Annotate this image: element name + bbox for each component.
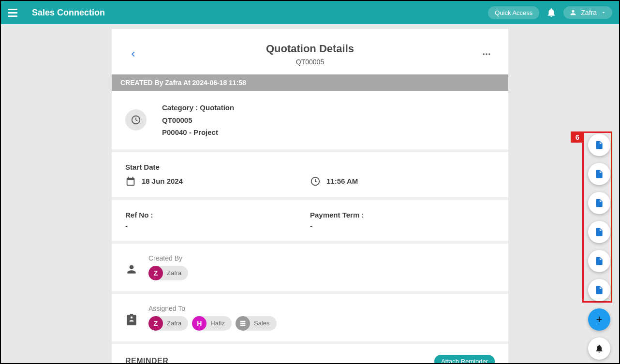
document-icon [594,255,604,267]
action-dock: + [588,308,610,360]
attach-reminder-button[interactable]: Attach Reminder [434,355,495,364]
assigned-to-section: Assigned To ZZafraHHafizSales [112,294,508,344]
user-chip[interactable]: Sales [236,316,277,331]
doc-fab-4[interactable] [588,221,610,243]
start-date-value: 18 Jun 2024 [142,177,183,185]
document-icon [594,226,604,238]
chevron-down-icon [601,10,606,15]
start-time-value: 11:56 AM [326,177,358,185]
created-bar: CREATED By Zafra At 2024-06-18 11:58 [112,74,508,91]
notification-bell-icon[interactable] [546,7,557,18]
reminder-title: REMINDER [125,357,168,364]
chip-label: Zafra [167,320,181,327]
document-icon [594,139,604,151]
category-section: Category : Quotation QT00005 P00040 - Pr… [112,91,508,152]
svg-point-0 [483,53,485,55]
plus-icon: + [596,313,603,326]
user-menu[interactable]: Zafra [563,6,612,19]
more-menu-button[interactable] [479,47,494,61]
reminder-section: REMINDER Attach Reminder [112,344,508,364]
created-by-label: Created By [148,254,188,262]
badge-icon [125,313,139,327]
chip-label: Zafra [167,269,181,277]
doc-number: QT00005 [141,58,479,66]
user-chip[interactable]: ZZafra [148,266,188,280]
doc-fab-6[interactable] [588,279,610,301]
doc-fab-2[interactable] [588,163,610,185]
document-dock [588,134,610,301]
user-chip[interactable]: ZZafra [148,316,188,331]
payment-term-label: Payment Term : [310,211,495,219]
chevron-left-icon [130,51,137,58]
project-line: P00040 - Project [162,126,234,139]
avatar [236,316,250,331]
reminder-fab[interactable] [588,337,610,360]
avatar: Z [148,316,163,331]
document-icon [594,284,604,296]
back-button[interactable] [126,47,141,61]
svg-point-2 [488,53,490,55]
menu-icon[interactable] [8,7,19,18]
document-icon [594,168,604,180]
chip-label: Sales [254,320,270,327]
avatar: Z [148,266,163,280]
card-header: Quotation Details QT00005 [112,29,508,74]
detail-card: Quotation Details QT00005 CREATED By Zaf… [112,29,508,363]
add-fab[interactable]: + [588,308,610,331]
avatar: H [192,316,207,331]
dock-badge: 6 [571,131,584,143]
date-section: Start Date 18 Jun 2024 11:56 AM [112,152,508,200]
topbar: Sales Connection Quick Access Zafra [1,1,619,24]
user-chip[interactable]: HHafiz [192,316,232,331]
assigned-to-label: Assigned To [148,305,277,312]
ref-section: Ref No : - Payment Term : - [112,200,508,244]
calendar-icon [125,176,136,187]
created-by-section: Created By ZZafra [112,244,508,294]
page-title: Quotation Details [141,43,479,55]
start-date-label: Start Date [125,163,495,171]
svg-point-1 [486,53,487,55]
document-icon [594,197,604,209]
doc-fab-3[interactable] [588,192,610,214]
person-icon [125,263,139,277]
content-area: Quotation Details QT00005 CREATED By Zaf… [1,24,619,363]
doc-fab-5[interactable] [588,250,610,272]
ref-no-value: - [125,222,310,230]
status-clock-icon [125,109,147,131]
payment-term-value: - [310,222,495,230]
user-name: Zafra [581,9,597,16]
quick-access-button[interactable]: Quick Access [488,6,539,19]
chip-label: Hafiz [210,320,225,327]
qt-line: QT00005 [162,114,234,127]
more-horizontal-icon [482,49,491,59]
clock-icon [310,176,321,187]
brand-title: Sales Connection [32,8,105,18]
person-icon [569,9,577,16]
bell-icon [594,344,604,353]
ref-no-label: Ref No : [125,211,310,219]
doc-fab-1[interactable] [588,134,610,156]
category-line: Category : Quotation [162,102,234,114]
